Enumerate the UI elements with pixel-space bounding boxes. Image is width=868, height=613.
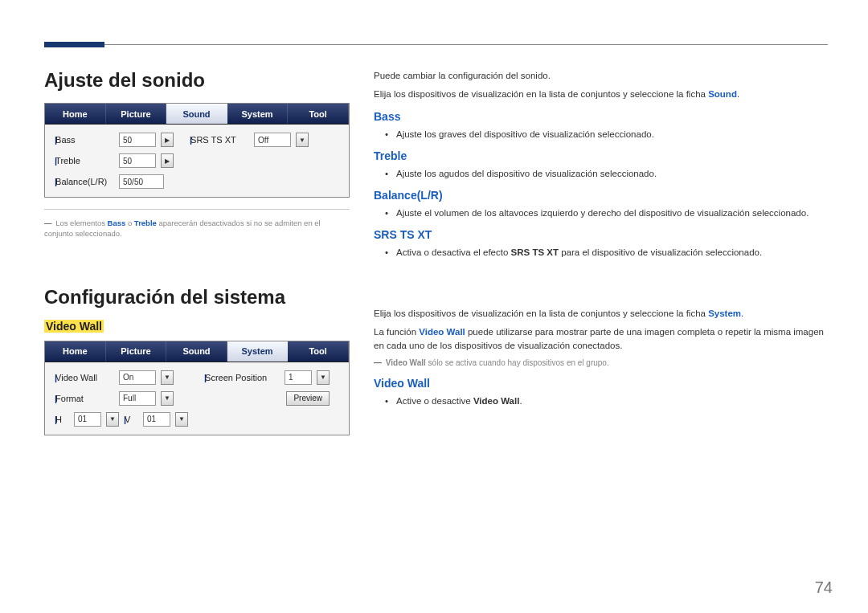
label-format: Format	[55, 394, 84, 403]
row-format: |Format Full ▼	[55, 391, 188, 406]
select-screenpos[interactable]: 1	[285, 370, 312, 385]
tab-tool[interactable]: Tool	[288, 104, 349, 124]
chevron-right-icon[interactable]: ▶	[161, 153, 174, 168]
chevron-down-icon[interactable]: ▼	[296, 133, 309, 147]
sub-video-wall: Video Wall	[44, 320, 104, 333]
tab-tool[interactable]: Tool	[288, 341, 349, 362]
h-bass: Bass	[374, 110, 828, 123]
sound-panel: Home Picture Sound System Tool |Bass 50 …	[44, 103, 350, 198]
header-rule	[44, 44, 828, 45]
footnote-sound: ― Los elementos Bass o Treble aparecerán…	[44, 209, 350, 239]
bullet-bass: Ajuste los graves del dispositivo de vis…	[396, 128, 828, 141]
label-bass: Bass	[55, 135, 75, 145]
heading-system: Configuración del sistema	[44, 286, 350, 309]
label-treble: Treble	[55, 156, 80, 166]
tab-home[interactable]: Home	[45, 341, 106, 362]
note-videowall: ― Video Wall sólo se activa cuando hay d…	[374, 358, 828, 369]
chevron-down-icon[interactable]: ▼	[161, 370, 174, 385]
bullet-srs: Activa o desactiva el efecto SRS TS XT p…	[396, 246, 828, 260]
row-bass: |Bass 50 ▶	[55, 133, 174, 147]
label-h: H	[55, 415, 62, 424]
input-bass[interactable]: 50	[119, 133, 156, 147]
row-screenpos: |Screen Position 1 ▼	[204, 370, 330, 385]
label-videowall: Video Wall	[55, 373, 97, 382]
tab-home[interactable]: Home	[45, 104, 106, 124]
h-treble: Treble	[374, 149, 828, 162]
row-hv: |H 01 ▼ |V 01 ▼	[55, 412, 188, 427]
label-screenpos: Screen Position	[205, 373, 267, 382]
input-treble[interactable]: 50	[119, 153, 156, 168]
chevron-right-icon[interactable]: ▶	[161, 133, 174, 147]
para-videowall: La función Video Wall puede utilizarse p…	[374, 325, 828, 353]
chevron-down-icon[interactable]: ▼	[317, 370, 330, 385]
label-srs: SRS TS XT	[190, 135, 236, 145]
tab-system[interactable]: System	[227, 104, 289, 124]
chevron-down-icon[interactable]: ▼	[175, 412, 188, 427]
label-balance: Balance(L/R)	[55, 177, 107, 186]
chevron-down-icon[interactable]: ▼	[161, 391, 174, 406]
row-videowall: |Video Wall On ▼	[55, 370, 188, 385]
h-videowall: Video Wall	[374, 377, 828, 390]
intro-system: Elija los dispositivos de visualización …	[374, 307, 828, 321]
page-number: 74	[815, 578, 833, 597]
select-format[interactable]: Full	[119, 391, 156, 406]
heading-sound: Ajuste del sonido	[44, 69, 350, 92]
h-srs: SRS TS XT	[374, 228, 828, 241]
tab-sound[interactable]: Sound	[166, 341, 227, 362]
tab-picture[interactable]: Picture	[106, 104, 167, 124]
bullet-balance: Ajuste el volumen de los altavoces izqui…	[396, 206, 828, 220]
row-balance: |Balance(L/R) 50/50	[55, 174, 174, 189]
intro-sound-2: Elija los dispositivos de visualización …	[374, 88, 828, 101]
preview-button[interactable]: Preview	[286, 391, 330, 406]
chevron-down-icon[interactable]: ▼	[106, 412, 119, 427]
bullet-treble: Ajuste los agudos del dispositivo de vis…	[396, 167, 828, 181]
h-balance: Balance(L/R)	[374, 189, 828, 202]
tab-picture[interactable]: Picture	[106, 341, 167, 362]
select-srs[interactable]: Off	[254, 133, 291, 147]
tab-system[interactable]: System	[227, 341, 289, 362]
row-srs: |SRS TS XT Off ▼	[190, 133, 309, 147]
bullet-videowall: Active o desactive Video Wall.	[396, 394, 828, 408]
select-videowall[interactable]: On	[119, 370, 156, 385]
tab-sound[interactable]: Sound	[166, 104, 227, 124]
system-panel: Home Picture Sound System Tool |Video Wa…	[44, 341, 350, 435]
intro-sound-1: Puede cambiar la configuración del sonid…	[374, 69, 828, 83]
input-balance[interactable]: 50/50	[119, 174, 164, 189]
select-h[interactable]: 01	[74, 412, 101, 427]
row-treble: |Treble 50 ▶	[55, 153, 174, 168]
select-v[interactable]: 01	[143, 412, 170, 427]
label-v: V	[125, 415, 130, 424]
